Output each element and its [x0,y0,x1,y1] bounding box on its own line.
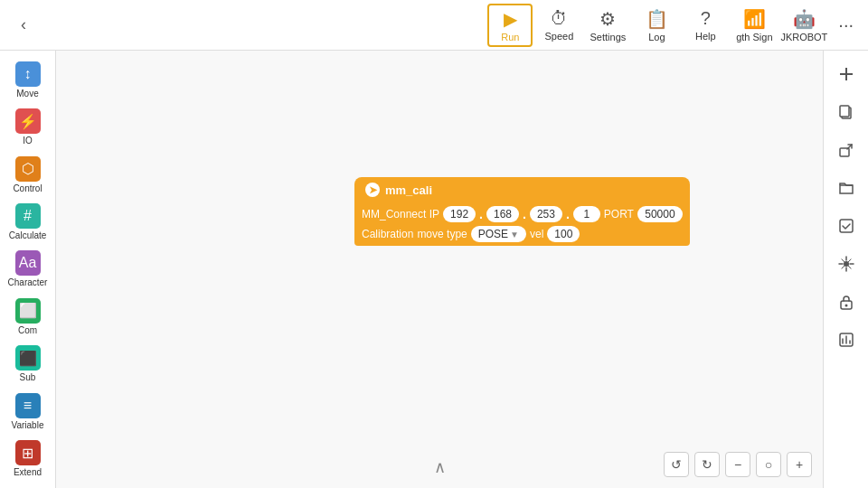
export-icon [837,141,855,159]
variable-icon: ≡ [15,393,41,418]
redo-button[interactable]: ↻ [694,452,720,477]
movetype-label: move type [417,228,467,240]
chevron-up-icon: ∧ [434,458,446,476]
vel-label: vel [530,228,543,240]
jkrobot-button[interactable]: 🤖 JKROBOT [780,4,827,47]
svg-rect-6 [840,220,853,232]
zoom-controls: ↺ ↻ − ○ + [664,452,812,477]
block-row-calibration: Calibration move type POSE ▼ vel 100 [362,226,683,242]
control-icon: ⬡ [15,156,41,182]
block-header: ➤ mm_cali [354,177,690,202]
io-icon: ⚡ [15,108,41,134]
sub-label: Sub [20,372,36,382]
pose-select[interactable]: POSE ▼ [471,226,526,242]
copy-icon [837,103,855,121]
gth-label: gth Sign [736,32,772,42]
control-label: Control [13,183,42,193]
com-label: Com [18,325,37,335]
right-chart-button[interactable] [830,324,863,356]
settings-label: Settings [590,32,627,42]
svg-rect-3 [840,106,849,117]
ip2-input[interactable]: 168 [486,206,519,222]
help-label: Help [695,31,716,42]
help-button[interactable]: ? Help [683,4,728,47]
gth-icon: 📶 [743,8,766,30]
back-button[interactable]: ‹ [7,9,40,42]
port-input[interactable]: 50000 [637,206,683,222]
log-label: Log [648,32,665,42]
port-label: PORT [604,208,634,221]
character-icon: Aa [15,250,41,276]
move-label: Move [16,89,38,99]
block-notch-icon: ➤ [365,183,380,197]
sidebar-item-variable[interactable]: ≡ Variable [4,389,52,433]
sidebar-item-character[interactable]: Aa Character [4,248,52,291]
ip1-input[interactable]: 192 [443,206,476,222]
block-group: ➤ mm_cali MM_Connect IP 192 . 168 . 253 … [354,177,690,246]
vel-input[interactable]: 100 [547,226,580,242]
right-copy-button[interactable] [830,96,863,128]
connect-label: MM_Connect IP [362,208,439,221]
speed-label: Speed [544,31,573,42]
settings-button[interactable]: ⚙ Settings [585,4,630,47]
extend-icon: ⊞ [15,440,41,465]
sidebar-item-move[interactable]: ↕ Move [4,58,52,101]
help-icon: ? [701,8,711,29]
zoom-out-button[interactable]: − [725,452,750,477]
right-sparkle-button[interactable] [830,248,863,280]
chart-icon [837,331,855,349]
sidebar-item-control[interactable]: ⬡ Control [4,153,52,196]
sidebar-item-com[interactable]: ⬜ Com [4,295,52,338]
gth-button[interactable]: 📶 gth Sign [731,4,777,47]
svg-point-9 [844,305,847,307]
pose-select-arrow: ▼ [510,230,519,239]
canvas-bottom-chevron[interactable]: ∧ [434,457,446,477]
right-check-button[interactable] [830,210,863,242]
more-button[interactable]: ··· [831,14,861,35]
plus-icon [837,65,855,83]
settings-icon: ⚙ [599,8,616,30]
check-icon [837,217,855,235]
io-label: IO [23,136,33,145]
jkrobot-label: JKROBOT [780,32,827,42]
character-label: Character [8,277,48,287]
svg-rect-1 [840,73,853,75]
log-icon: 📋 [646,8,668,30]
fit-button[interactable]: ○ [756,452,781,477]
main-area: ↕ Move ⚡ IO ⬡ Control # Calculate Aa Cha… [0,51,868,488]
toolbar: ‹ ▶ Run ⏱ Speed ⚙ Settings 📋 Log ? Help … [0,0,868,51]
sub-icon: ⬛ [15,345,41,371]
sparkle-icon [837,255,855,273]
block-row-connect: MM_Connect IP 192 . 168 . 253 . 1 PORT 5… [362,206,683,222]
right-folder-button[interactable] [830,172,863,204]
speed-button[interactable]: ⏱ Speed [536,4,581,47]
canvas-area: ➤ mm_cali MM_Connect IP 192 . 168 . 253 … [56,51,823,488]
sidebar-item-sub[interactable]: ⬛ Sub [4,343,52,386]
sidebar-item-extend[interactable]: ⊞ Extend [4,437,52,481]
run-button[interactable]: ▶ Run [487,4,533,47]
lock-icon [837,293,855,311]
sidebar-item-io[interactable]: ⚡ IO [4,105,52,148]
right-export-button[interactable] [830,134,863,166]
block-body: MM_Connect IP 192 . 168 . 253 . 1 PORT 5… [354,202,690,246]
folder-icon [837,179,855,197]
block-header-text: mm_cali [385,183,432,197]
extend-label: Extend [14,467,42,477]
ip3-input[interactable]: 253 [530,206,562,222]
right-panel [823,51,868,488]
calculate-label: Calculate [9,230,47,240]
variable-label: Variable [12,420,44,430]
calculate-icon: # [15,203,41,229]
ip4-input[interactable]: 1 [573,206,600,222]
move-icon: ↕ [15,61,41,87]
undo-button[interactable]: ↺ [664,452,689,477]
left-sidebar: ↕ Move ⚡ IO ⬡ Control # Calculate Aa Cha… [0,51,56,488]
run-icon: ▶ [504,8,517,30]
right-add-button[interactable] [830,58,863,90]
sidebar-item-calculate[interactable]: # Calculate [4,200,52,243]
zoom-in-button[interactable]: + [787,452,812,477]
jkrobot-icon: 🤖 [793,8,816,30]
log-button[interactable]: 📋 Log [634,4,679,47]
run-label: Run [501,32,519,42]
right-lock-button[interactable] [830,286,863,318]
